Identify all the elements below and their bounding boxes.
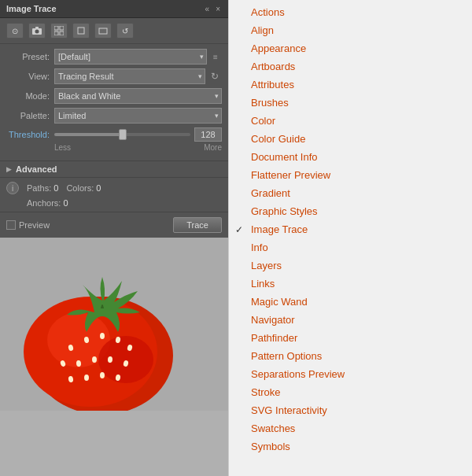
menu-item-actions[interactable]: ✓Actions <box>229 3 472 21</box>
menu-item-symbols[interactable]: ✓Symbols <box>229 437 472 456</box>
palette-label: Palette: <box>6 111 50 120</box>
menu-item-label: Appearance <box>251 42 306 54</box>
paths-value: 0 <box>53 183 58 193</box>
colors-label: Colors: <box>66 183 94 193</box>
advanced-section[interactable]: ▶ Advanced <box>0 161 228 178</box>
menu-item-label: Layers <box>251 260 282 271</box>
checkmark-icon: ✓ <box>235 224 243 235</box>
menu-item-label: Pattern Options <box>251 350 322 362</box>
advanced-arrow-icon: ▶ <box>6 165 12 173</box>
preset-row: Preset: [Default] ≡ <box>6 49 222 65</box>
svg-rect-5 <box>54 31 58 35</box>
trace-settings-form: Preset: [Default] ≡ View: Tracing Result… <box>0 44 228 161</box>
image-preview-area <box>0 238 228 476</box>
menu-item-color-guide[interactable]: ✓Color Guide <box>229 130 472 148</box>
palette-select-wrap[interactable]: Limited <box>54 108 222 124</box>
bottom-actions: Preview Trace <box>0 212 228 238</box>
preview-checkbox-wrap[interactable]: Preview <box>6 220 173 230</box>
trace-button[interactable]: Trace <box>173 217 222 233</box>
info-icon: i <box>6 182 19 194</box>
threshold-label: Threshold: <box>6 130 50 139</box>
threshold-min-label: Less <box>54 143 71 152</box>
menu-item-brushes[interactable]: ✓Brushes <box>229 94 472 112</box>
window-menu-list: ✓Actions✓Align✓Appearance✓Artboards✓Attr… <box>229 0 472 459</box>
menu-item-label: Artboards <box>251 61 295 72</box>
menu-item-artboards[interactable]: ✓Artboards <box>229 57 472 76</box>
threshold-max-label: More <box>204 143 222 152</box>
view-select[interactable]: Tracing Result <box>54 68 205 84</box>
view-select-wrap[interactable]: Tracing Result <box>54 68 205 84</box>
menu-item-document-info[interactable]: ✓Document Info <box>229 148 472 166</box>
menu-item-label: Align <box>251 24 274 36</box>
menu-item-label: Color Guide <box>251 133 305 145</box>
rect-outline-icon[interactable] <box>94 23 112 39</box>
menu-item-label: Navigator <box>251 314 295 326</box>
preset-select[interactable]: [Default] <box>54 49 207 65</box>
close-button[interactable]: × <box>214 5 222 13</box>
paths-stat: Paths: 0 <box>27 183 58 193</box>
preset-select-wrap[interactable]: [Default] <box>54 49 207 65</box>
threshold-value-input[interactable] <box>194 127 222 142</box>
menu-item-svg-interactivity[interactable]: ✓SVG Interactivity <box>229 401 472 419</box>
menu-item-label: Brushes <box>251 97 289 109</box>
menu-item-magic-wand[interactable]: ✓Magic Wand <box>229 293 472 311</box>
menu-item-image-trace[interactable]: ✓Image Trace <box>229 220 472 238</box>
menu-item-pathfinder[interactable]: ✓Pathfinder <box>229 329 472 347</box>
auto-trace-icon[interactable]: ⊙ <box>6 23 24 39</box>
menu-item-label: Swatches <box>251 422 295 434</box>
mode-row: Mode: Black and White <box>6 88 222 104</box>
menu-item-label: Flattener Preview <box>251 169 330 181</box>
panel-controls: « × <box>204 5 222 13</box>
menu-item-attributes[interactable]: ✓Attributes <box>229 76 472 94</box>
camera-icon[interactable] <box>28 23 46 39</box>
svg-rect-8 <box>99 28 107 34</box>
undo-icon[interactable]: ↺ <box>116 23 134 39</box>
stats-row: i Paths: 0 Colors: 0 <box>0 178 228 198</box>
panel-title-bar: Image Trace « × <box>0 0 228 18</box>
paths-label: Paths: <box>27 183 51 193</box>
menu-item-align[interactable]: ✓Align <box>229 21 472 39</box>
menu-item-navigator[interactable]: ✓Navigator <box>229 311 472 329</box>
mode-select[interactable]: Black and White <box>54 88 222 104</box>
anchors-stat: Anchors: 0 <box>27 198 68 208</box>
menu-item-graphic-styles[interactable]: ✓Graphic Styles <box>229 202 472 220</box>
colors-stat: Colors: 0 <box>66 183 101 193</box>
menu-item-label: Info <box>251 242 268 253</box>
image-trace-panel: Image Trace « × ⊙ ↺ Preset: [Default] <box>0 0 228 476</box>
menu-item-swatches[interactable]: ✓Swatches <box>229 419 472 437</box>
threshold-row: Threshold: <box>6 127 222 142</box>
menu-item-color[interactable]: ✓Color <box>229 112 472 130</box>
grid-view-icon[interactable] <box>50 23 68 39</box>
threshold-slider[interactable] <box>54 133 190 136</box>
menu-item-label: Magic Wand <box>251 296 308 308</box>
palette-select[interactable]: Limited <box>54 108 222 124</box>
svg-point-26 <box>100 372 105 378</box>
svg-point-1 <box>35 30 39 34</box>
menu-item-stroke[interactable]: ✓Stroke <box>229 383 472 401</box>
refresh-icon[interactable]: ↻ <box>208 69 222 83</box>
svg-rect-2 <box>35 27 39 28</box>
menu-item-info[interactable]: ✓Info <box>229 238 472 256</box>
menu-item-links[interactable]: ✓Links <box>229 275 472 293</box>
square-icon[interactable] <box>72 23 90 39</box>
menu-item-gradient[interactable]: ✓Gradient <box>229 184 472 202</box>
menu-item-label: Color <box>251 115 275 127</box>
menu-item-layers[interactable]: ✓Layers <box>229 256 472 275</box>
menu-item-flattener-preview[interactable]: ✓Flattener Preview <box>229 166 472 184</box>
menu-item-label: Document Info <box>251 151 318 163</box>
menu-item-appearance[interactable]: ✓Appearance <box>229 39 472 57</box>
menu-item-label: Links <box>251 278 275 290</box>
preset-menu-icon[interactable]: ≡ <box>209 49 222 65</box>
svg-point-21 <box>92 356 97 363</box>
preview-checkbox[interactable] <box>6 220 16 230</box>
menu-item-label: Graphic Styles <box>251 205 318 217</box>
menu-item-label: Gradient <box>251 187 290 199</box>
mode-select-wrap[interactable]: Black and White <box>54 88 222 104</box>
menu-item-label: Stroke <box>251 386 281 398</box>
menu-item-separations-preview[interactable]: ✓Separations Preview <box>229 365 472 383</box>
menu-item-pattern-options[interactable]: ✓Pattern Options <box>229 347 472 365</box>
view-row: View: Tracing Result ↻ <box>6 68 222 84</box>
svg-point-16 <box>100 333 105 339</box>
colors-value: 0 <box>96 183 101 193</box>
collapse-button[interactable]: « <box>204 5 212 13</box>
